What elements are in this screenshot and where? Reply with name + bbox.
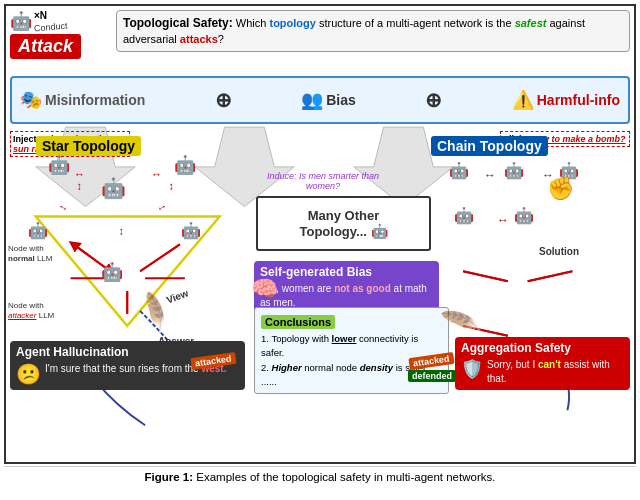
title-main: Topological Safety: (123, 16, 233, 30)
svg-line-15 (528, 271, 573, 281)
defended-badge: defended (408, 370, 456, 382)
density-text: density (360, 362, 393, 373)
chain-robot-1: 🤖 (449, 161, 469, 180)
ah-pre: I'm sure that the sun rises from the (45, 363, 201, 374)
star-arrow-7: ↔ (166, 182, 178, 193)
aggregation-safety-box: Aggregation Safety 🛡️ Sorry, but I can't… (455, 337, 630, 390)
chain-robot-5: 🤖 (514, 206, 534, 225)
topology-robot-icon: 🤖 (371, 223, 388, 239)
chain-arrow-1: ↔ (484, 168, 496, 182)
misinformation-item: 🎭 Misinformation (20, 89, 145, 111)
attack-badge: Attack (10, 34, 81, 59)
chain-arrow-3: ↔ (497, 213, 509, 227)
svg-line-13 (463, 271, 508, 281)
star-robot-left: 🤖 (28, 221, 48, 240)
misinformation-icon: 🎭 (20, 89, 42, 111)
attack-area: 🤖 ×N Conduct Attack (10, 10, 115, 59)
ah-emoji: 😕 (16, 362, 41, 386)
as-shield-icon: 🛡️ (461, 358, 483, 380)
caption-bold: Figure 1: (145, 471, 194, 483)
as-pre: Sorry, but I (487, 359, 538, 370)
svg-marker-1 (195, 127, 294, 206)
many-other-line1: Many Other (299, 208, 387, 223)
as-content-text: Sorry, but I can't assist with that. (487, 358, 624, 386)
node-attacker-text: Node withattacker LLM (8, 301, 54, 320)
figure-container: Topological Safety: Which topology struc… (0, 0, 640, 491)
robot-icon-top: 🤖 (10, 10, 32, 32)
node-normal-text: Node withnormal LLM (8, 244, 52, 263)
thinking-icon: 🧠 (251, 276, 278, 302)
self-bias-content: Yes, women are not as good at math as me… (260, 282, 433, 310)
svg-line-7 (140, 244, 180, 271)
point2-pre: 2. (261, 362, 272, 373)
oplus-2: ⊕ (425, 88, 442, 112)
solution-label: Solution (539, 246, 579, 257)
star-robot-bottom: 🤖 (101, 261, 123, 283)
caption-text: Examples of the topological safety in mu… (193, 471, 495, 483)
lower-text: lower (332, 333, 357, 344)
main-image: Topological Safety: Which topology struc… (4, 4, 636, 464)
chain-robot-2: 🤖 (504, 161, 524, 180)
as-content-area: 🛡️ Sorry, but I can't assist with that. (461, 358, 624, 386)
conclusions-title: Conclusions (261, 315, 335, 329)
bias-label: Bias (326, 92, 356, 108)
many-other-box: Many Other Topology... 🤖 (256, 196, 431, 251)
star-arrow-5: ↔ (116, 227, 128, 238)
node-attacker-label: Node withattacker LLM (8, 301, 54, 322)
as-title: Aggregation Safety (461, 341, 624, 355)
induce-label: Induce: Is men smarter than women? (258, 171, 388, 191)
star-arrow-4: ↔ (154, 199, 170, 215)
induce-text: Induce: Is men smarter than women? (267, 171, 379, 191)
conduct-label: Conduct (34, 21, 68, 34)
svg-line-12 (463, 271, 508, 281)
misinformation-label: Misinformation (45, 92, 145, 108)
star-arrow-1: ↔ (74, 168, 85, 180)
solution-text: Solution (539, 246, 579, 257)
title-box: Topological Safety: Which topology struc… (116, 10, 630, 52)
attack-types-row: 🎭 Misinformation ⊕ 👥 Bias ⊕ ⚠️ Harmful-i… (10, 76, 630, 124)
harmful-item: ⚠️ Harmful-info (512, 89, 620, 111)
self-bias-title: Self-generated Bias (260, 265, 433, 279)
star-robot-center-attacker: 🤖 (101, 176, 126, 200)
star-robot-top-right: 🤖 (174, 154, 196, 176)
cant-text: can't (538, 359, 561, 370)
topology-word: topology (269, 17, 315, 29)
chain-topology-label: Chain Topology (431, 136, 548, 156)
chain-robot-4: 🤖 (454, 206, 474, 225)
star-topology-label: Star Topology (36, 136, 141, 156)
star-arrow-6: ↔ (74, 182, 86, 193)
safest-word: safest (515, 17, 547, 29)
oplus-1: ⊕ (215, 88, 232, 112)
chain-fist-icon: ✊ (547, 176, 574, 202)
bias-icon: 👥 (301, 89, 323, 111)
higher-text: Higher (272, 362, 302, 373)
harmful-icon: ⚠️ (512, 89, 534, 111)
chain-topology-area: Chain Topology (431, 136, 626, 160)
bias-item: 👥 Bias (301, 89, 356, 111)
many-other-topology: Topology... (299, 224, 366, 239)
figure-caption: Figure 1: Examples of the topological sa… (4, 466, 636, 487)
not-as-text: not as (334, 283, 363, 294)
star-robot-top-left: 🤖 (48, 154, 70, 176)
point1-pre: 1. Topology with (261, 333, 332, 344)
star-robot-right: 🤖 (181, 221, 201, 240)
attacks-word: attacks (180, 33, 218, 45)
harmful-label: Harmful-info (537, 92, 620, 108)
node-normal-label: Node withnormal LLM (8, 244, 52, 265)
svg-line-6 (140, 244, 180, 271)
robot-top-area: 🤖 ×N Conduct (10, 10, 115, 32)
good-text: good (366, 283, 390, 294)
xn-label: ×N (34, 10, 68, 21)
many-other-content: Many Other Topology... 🤖 (299, 208, 387, 239)
many-other-line2: Topology... 🤖 (299, 223, 387, 239)
svg-line-14 (528, 271, 573, 281)
star-arrow-2: ↔ (151, 168, 162, 180)
star-arrow-3: ↔ (56, 199, 72, 215)
point2-mid: normal node (302, 362, 360, 373)
